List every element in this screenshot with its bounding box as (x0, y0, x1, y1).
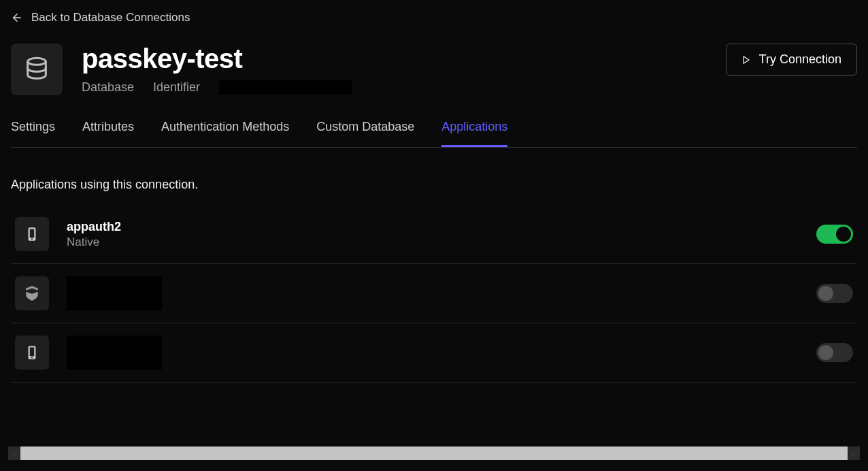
arrow-left-icon (11, 12, 23, 24)
tab-settings[interactable]: Settings (11, 120, 55, 147)
back-link[interactable]: Back to Database Connections (11, 11, 190, 25)
mobile-icon (15, 336, 49, 370)
tabs: SettingsAttributesAuthentication Methods… (11, 120, 857, 148)
app-row: appauth2Native (11, 217, 857, 264)
tab-custom-database[interactable]: Custom Database (316, 120, 414, 147)
redacted-app-info (67, 336, 162, 370)
svg-point-8 (31, 357, 33, 359)
try-connection-button[interactable]: Try Connection (726, 44, 857, 76)
mobile-icon (15, 217, 49, 251)
database-icon (11, 44, 63, 95)
app-row (11, 323, 857, 383)
applications-list: appauth2Native (11, 216, 857, 383)
page-title: passkey-test (82, 44, 352, 74)
play-icon (741, 55, 751, 65)
back-link-label: Back to Database Connections (31, 11, 190, 25)
app-toggle[interactable] (816, 284, 853, 303)
scroll-right-icon[interactable]: ▶ (848, 446, 860, 460)
svg-point-5 (31, 239, 33, 240)
page-header: passkey-test Database Identifier Try Con… (11, 44, 857, 95)
tab-attributes[interactable]: Attributes (82, 120, 134, 147)
connection-type-label: Database (82, 80, 134, 95)
tab-authentication-methods[interactable]: Authentication Methods (161, 120, 289, 147)
section-description: Applications using this connection. (11, 178, 857, 192)
app-row (11, 264, 857, 323)
tab-applications[interactable]: Applications (441, 120, 507, 147)
svg-point-1 (28, 58, 46, 65)
identifier-value (219, 80, 352, 95)
shield-icon (15, 276, 49, 310)
app-toggle[interactable] (816, 343, 853, 362)
identifier-label: Identifier (153, 80, 200, 95)
app-type: Native (67, 236, 121, 249)
svg-rect-7 (30, 347, 35, 356)
svg-rect-4 (30, 229, 35, 238)
horizontal-scrollbar[interactable]: ◀ ▶ (8, 446, 860, 460)
app-name: appauth2 (67, 220, 121, 234)
scrollbar-track[interactable] (20, 446, 848, 460)
svg-marker-2 (744, 56, 749, 63)
app-toggle[interactable] (816, 225, 853, 244)
redacted-app-info (67, 276, 162, 310)
scroll-left-icon[interactable]: ◀ (8, 446, 20, 460)
